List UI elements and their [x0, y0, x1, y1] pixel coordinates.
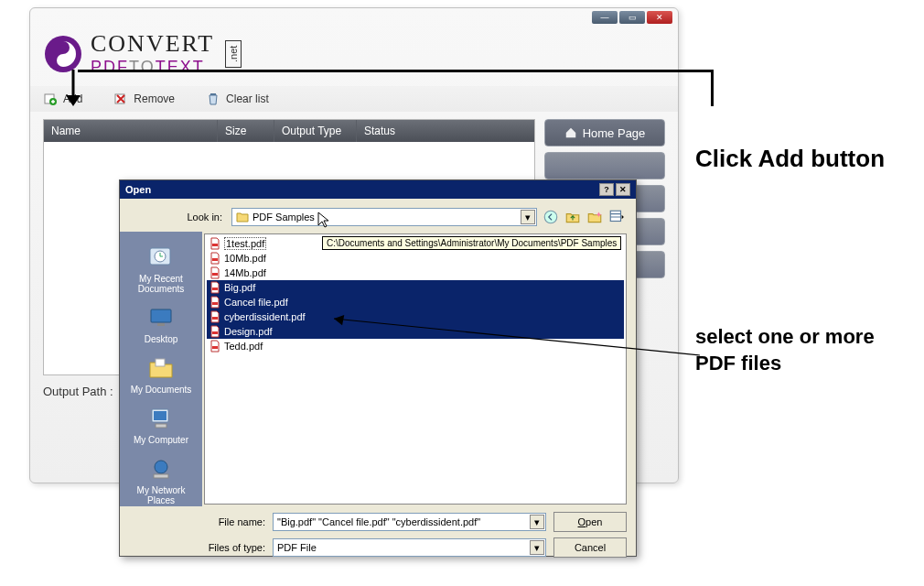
file-name: Big.pdf: [224, 282, 255, 293]
titlebar: — ▭ ✕: [30, 8, 678, 25]
mycomp-icon: [146, 404, 176, 433]
file-type-field[interactable]: PDF File ▾: [273, 538, 546, 557]
dialog-titlebar: Open ? ✕: [120, 180, 636, 199]
recent-icon: [146, 243, 176, 272]
svg-rect-13: [156, 359, 165, 366]
place-recent-label: My Recent Documents: [124, 274, 198, 294]
home-page-button[interactable]: Home Page: [544, 119, 665, 146]
col-size[interactable]: Size: [218, 120, 274, 142]
svg-point-17: [155, 461, 167, 473]
callout-select-files: select one or more PDF files: [695, 324, 906, 376]
brand-line1: CONVERT: [91, 30, 214, 58]
chevron-down-icon[interactable]: ▾: [521, 210, 535, 224]
file-type-value: PDF File: [277, 542, 317, 553]
lookin-combo[interactable]: PDF Samples ▾: [231, 208, 537, 226]
pdf-file-icon: [209, 296, 221, 309]
dialog-body: My Recent Documents Desktop My Documents…: [120, 232, 636, 506]
file-name: 10Mb.pdf: [224, 253, 266, 264]
svg-rect-8: [610, 211, 620, 221]
callout-arrow-line: [325, 309, 709, 364]
table-header: Name Size Output Type Status: [44, 120, 534, 142]
lookin-label: Look in:: [186, 212, 226, 222]
col-name[interactable]: Name: [44, 120, 218, 142]
place-mydocs[interactable]: My Documents: [124, 350, 198, 398]
home-icon: [564, 126, 577, 139]
place-desktop-label: Desktop: [124, 334, 198, 344]
place-desktop[interactable]: Desktop: [124, 299, 198, 348]
file-name: Tedd.pdf: [224, 341, 263, 352]
pdf-file-icon: [209, 340, 221, 353]
home-label: Home Page: [583, 126, 646, 140]
pdf-file-icon: [209, 310, 221, 323]
dialog-bottom: File name: "Big.pdf" "Cancel file.pdf" "…: [120, 506, 636, 565]
pdf-file-icon: [209, 252, 221, 265]
lookin-value: PDF Samples: [252, 212, 315, 222]
net-badge: .net: [225, 40, 242, 68]
place-mycomp[interactable]: My Computer: [124, 400, 198, 449]
up-folder-icon[interactable]: [564, 209, 581, 225]
file-item[interactable]: Cancel file.pdf: [207, 295, 624, 309]
open-button[interactable]: Open: [553, 512, 627, 532]
chevron-down-icon[interactable]: ▾: [530, 540, 544, 555]
svg-rect-12: [157, 323, 165, 326]
file-type-label: Files of type:: [207, 542, 265, 553]
place-mydocs-label: My Documents: [124, 385, 198, 395]
pdf-file-icon: [209, 281, 221, 294]
file-item[interactable]: Big.pdf: [207, 280, 624, 295]
svg-rect-20: [212, 258, 218, 261]
side-button-2[interactable]: [544, 152, 665, 179]
dialog-help-button[interactable]: ?: [599, 183, 614, 196]
file-name-field[interactable]: "Big.pdf" "Cancel file.pdf" "cyberdissid…: [273, 513, 546, 531]
places-bar: My Recent Documents Desktop My Documents…: [120, 232, 202, 506]
chevron-down-icon[interactable]: ▾: [530, 515, 544, 529]
maximize-button[interactable]: ▭: [619, 11, 645, 24]
place-mynet-label: My Network Places: [124, 485, 198, 505]
place-mynet[interactable]: My Network Places: [124, 450, 198, 509]
cancel-button[interactable]: Cancel: [553, 537, 627, 558]
svg-rect-16: [156, 424, 167, 428]
view-menu-icon[interactable]: [608, 209, 625, 225]
lookin-bar: Look in: PDF Samples ▾: [120, 199, 636, 232]
svg-rect-22: [212, 288, 218, 290]
svg-rect-19: [212, 244, 218, 246]
close-button[interactable]: ✕: [647, 11, 672, 24]
path-tooltip: C:\Documents and Settings\Administrator\…: [322, 236, 621, 250]
svg-rect-18: [154, 474, 168, 478]
svg-point-1: [60, 45, 66, 50]
file-name-value: "Big.pdf" "Cancel file.pdf" "cyberdissid…: [277, 516, 480, 527]
mydocs-icon: [146, 353, 176, 383]
col-status[interactable]: Status: [357, 120, 534, 142]
cursor-icon: [317, 211, 331, 229]
dialog-close-button[interactable]: ✕: [616, 183, 630, 196]
file-item[interactable]: 10Mb.pdf: [207, 251, 624, 266]
file-name: Cancel file.pdf: [224, 297, 288, 308]
svg-rect-24: [212, 317, 218, 320]
file-item[interactable]: 14Mb.pdf: [207, 266, 624, 280]
mynet-icon: [146, 454, 176, 483]
add-icon: [43, 92, 58, 106]
svg-rect-11: [151, 309, 171, 322]
file-name: 14Mb.pdf: [224, 267, 266, 278]
output-path-label: Output Path :: [43, 385, 113, 398]
svg-rect-21: [212, 273, 218, 276]
svg-line-27: [334, 319, 700, 355]
svg-rect-25: [212, 331, 218, 334]
back-icon[interactable]: [543, 209, 559, 225]
col-output[interactable]: Output Type: [274, 120, 357, 142]
callout-line: [78, 70, 714, 106]
open-dialog: Open ? ✕ Look in: PDF Samples ▾ My Recen…: [119, 179, 637, 557]
folder-open-icon: [236, 211, 249, 223]
minimize-button[interactable]: —: [592, 11, 618, 24]
svg-point-7: [544, 211, 557, 223]
place-recent[interactable]: My Recent Documents: [124, 239, 198, 298]
svg-rect-15: [154, 411, 167, 420]
place-mycomp-label: My Computer: [124, 435, 198, 445]
desktop-icon: [146, 303, 176, 332]
new-folder-icon[interactable]: [586, 209, 603, 225]
pdf-file-icon: [209, 237, 221, 250]
pdf-file-icon: [209, 266, 221, 279]
svg-rect-23: [212, 302, 218, 305]
file-name-label: File name:: [207, 516, 265, 527]
file-list[interactable]: 1test.pdf10Mb.pdf14Mb.pdfBig.pdfCancel f…: [204, 233, 627, 505]
callout-click-add: Click Add button: [695, 145, 885, 173]
